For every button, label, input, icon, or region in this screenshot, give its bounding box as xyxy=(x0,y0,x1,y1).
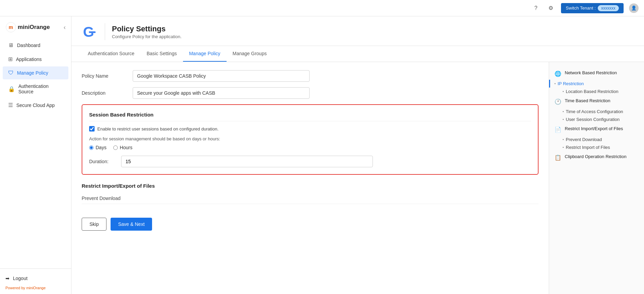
form-section: Policy Name Description Session Based Re… xyxy=(71,62,549,294)
logo-icon: m xyxy=(5,22,16,33)
sidebar-logo: m miniOrange ‹ xyxy=(0,16,71,35)
tenant-name: xxxxxxx xyxy=(598,5,619,11)
restrict-import-export-nav-label: Restrict Import/Export of Files xyxy=(565,126,623,131)
duration-input[interactable] xyxy=(121,156,373,167)
policy-name-input[interactable] xyxy=(133,70,310,82)
network-based-label: Network Based Restriction xyxy=(565,70,617,75)
logo-text: miniOrange xyxy=(18,24,50,31)
policy-name-row: Policy Name xyxy=(82,70,539,82)
prevent-download-nav-label: Prevent Download xyxy=(566,137,602,142)
session-checkbox[interactable] xyxy=(89,126,95,131)
sidebar: m miniOrange ‹ 🖥 Dashboard ⊞ Application… xyxy=(0,16,71,294)
duration-row: Duration: xyxy=(89,156,531,167)
page-subtitle: Configure Policy for the application. xyxy=(112,34,182,39)
switch-tenant-button[interactable]: Switch Tenant : xxxxxxx xyxy=(561,3,624,13)
sidebar-item-label-authentication-source: Authentication Source xyxy=(18,83,63,94)
content-area: Policy Name Description Session Based Re… xyxy=(71,62,644,294)
save-next-button[interactable]: Save & Next xyxy=(111,218,152,231)
sidebar-item-secure-cloud-app[interactable]: ☰ Secure Cloud App xyxy=(3,98,68,112)
location-based-label: Location Based Restriction xyxy=(566,89,618,94)
tab-manage-policy[interactable]: Manage Policy xyxy=(183,46,227,62)
collapse-sidebar-button[interactable]: ‹ xyxy=(64,24,66,31)
sub-indicator-2 xyxy=(563,91,564,92)
app-header: G Policy Settings Configure Policy for t… xyxy=(71,16,644,46)
google-logo-svg: G xyxy=(82,24,98,40)
duration-label: Duration: xyxy=(89,159,116,164)
tab-manage-groups[interactable]: Manage Groups xyxy=(227,46,273,62)
right-nav-sub-ip-restriction[interactable]: IP Restriction xyxy=(549,80,644,88)
dashboard-icon: 🖥 xyxy=(8,42,14,48)
logout-icon: ➡ xyxy=(5,276,10,281)
user-avatar[interactable]: 👤 xyxy=(629,3,639,13)
sidebar-item-label-dashboard: Dashboard xyxy=(17,43,40,48)
sub-indicator-3 xyxy=(563,111,564,112)
time-based-icon: 🕐 xyxy=(555,98,561,105)
right-nav-network-based[interactable]: 🌐 Network Based Restriction xyxy=(549,67,644,80)
right-nav-clipboard[interactable]: 📋 Clipboard Operation Restriction xyxy=(549,151,644,164)
app-title-section: Policy Settings Configure Policy for the… xyxy=(112,25,182,39)
clipboard-label: Clipboard Operation Restriction xyxy=(565,154,626,159)
right-nav-sub-time-of-access[interactable]: Time of Access Configuration xyxy=(549,108,644,115)
switch-tenant-label: Switch Tenant : xyxy=(566,5,596,11)
help-icon[interactable]: ? xyxy=(531,3,541,13)
powered-by-brand: miniOrange xyxy=(26,286,46,290)
restrict-import-nav-label: Restrict Import of Files xyxy=(566,145,610,150)
restrict-import-export-title: Restrict Import/Export of Files xyxy=(82,183,539,189)
header-icons: ? ⚙ Switch Tenant : xxxxxxx 👤 xyxy=(531,3,639,13)
radio-days-label: Days xyxy=(96,145,106,150)
sidebar-item-label-secure-cloud: Secure Cloud App xyxy=(16,103,55,108)
right-nav-time-based[interactable]: 🕐 Time Based Restriction xyxy=(549,95,644,108)
bottom-bar: Skip Save & Next xyxy=(82,212,539,236)
settings-icon[interactable]: ⚙ xyxy=(546,3,556,13)
tabs-bar: Authentication Source Basic Settings Man… xyxy=(71,46,644,62)
sidebar-item-manage-policy[interactable]: 🛡 Manage Policy xyxy=(3,66,68,79)
restrict-import-icon: 📄 xyxy=(555,126,561,133)
ip-restriction-label: IP Restriction xyxy=(558,81,584,86)
logout-button[interactable]: ➡ Logout xyxy=(5,273,66,284)
radio-days-input[interactable] xyxy=(89,145,94,150)
sidebar-item-label-applications: Applications xyxy=(16,57,42,62)
app-logo: G xyxy=(82,24,98,40)
tab-authentication-source[interactable]: Authentication Source xyxy=(82,46,141,62)
description-input[interactable] xyxy=(133,87,310,99)
right-nav-sub-restrict-import[interactable]: Restrict Import of Files xyxy=(549,143,644,151)
logout-label: Logout xyxy=(13,276,28,281)
sidebar-item-dashboard[interactable]: 🖥 Dashboard xyxy=(3,39,68,52)
sidebar-item-label-manage-policy: Manage Policy xyxy=(17,70,48,76)
sub-indicator-4 xyxy=(563,119,564,120)
svg-text:m: m xyxy=(9,25,13,30)
page-title: Policy Settings xyxy=(112,25,182,33)
main-layout: m miniOrange ‹ 🖥 Dashboard ⊞ Application… xyxy=(0,16,644,294)
powered-by: Powered by miniOrange xyxy=(5,286,66,290)
radio-row: Days Hours xyxy=(89,145,531,150)
right-nav-restrict-import-export[interactable]: 📄 Restrict Import/Export of Files xyxy=(549,123,644,136)
skip-button[interactable]: Skip xyxy=(82,218,106,231)
time-based-label: Time Based Restriction xyxy=(565,98,610,103)
radio-hours-label: Hours xyxy=(120,145,132,150)
tab-basic-settings[interactable]: Basic Settings xyxy=(141,46,183,62)
description-label: Description xyxy=(82,90,126,96)
authentication-source-icon: 🔒 xyxy=(8,86,15,92)
sub-indicator-5 xyxy=(563,139,564,140)
miniorange-logo: m miniOrange xyxy=(5,22,50,33)
session-restriction-title: Session Based Restriction xyxy=(89,112,531,121)
session-checkbox-label: Enable to restrict user sessions based o… xyxy=(97,126,218,131)
description-row: Description xyxy=(82,87,539,99)
session-checkbox-row: Enable to restrict user sessions based o… xyxy=(89,126,531,131)
radio-hours[interactable]: Hours xyxy=(113,145,132,150)
sidebar-footer: ➡ Logout Powered by miniOrange xyxy=(0,268,71,294)
right-nav-sub-location-based[interactable]: Location Based Restriction xyxy=(549,88,644,95)
right-nav-sub-prevent-download[interactable]: Prevent Download xyxy=(549,136,644,143)
prevent-download-sub: Prevent Download xyxy=(82,193,539,204)
radio-hours-input[interactable] xyxy=(113,145,118,150)
sidebar-item-applications[interactable]: ⊞ Applications xyxy=(3,52,68,66)
right-sidebar: 🌐 Network Based Restriction IP Restricti… xyxy=(549,62,644,294)
right-nav-sub-user-session[interactable]: User Session Configuration xyxy=(549,115,644,123)
sidebar-nav: 🖥 Dashboard ⊞ Applications 🛡 Manage Poli… xyxy=(0,35,71,268)
header-divider xyxy=(105,23,105,40)
radio-days[interactable]: Days xyxy=(89,145,106,150)
main-content: G Policy Settings Configure Policy for t… xyxy=(71,16,644,294)
sidebar-item-authentication-source[interactable]: 🔒 Authentication Source xyxy=(3,80,68,98)
sub-indicator xyxy=(555,83,556,84)
manage-policy-icon: 🛡 xyxy=(8,70,14,76)
